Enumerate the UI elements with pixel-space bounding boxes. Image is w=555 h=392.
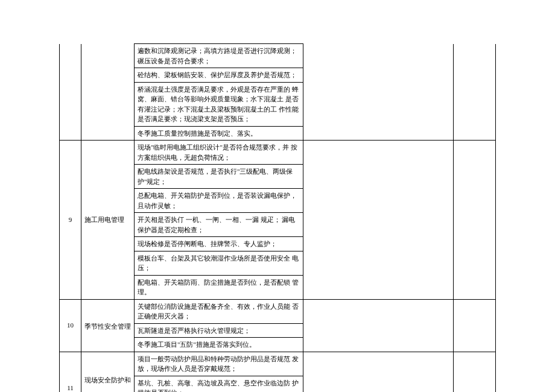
inspection-item: 项目一般劳动防护用品和特种劳动防护用品是否规范 发放，现场作业人员是否穿戴规范； — [135, 352, 303, 376]
row-number: 9 — [60, 141, 81, 300]
table-row: 11现场安全防护和劳动保护用项目一般劳动防护用品和特种劳动防护用品是否规范 发放… — [60, 352, 496, 376]
inspection-item: 现场检修是否停闸断电、挂牌警示、专人监护； — [135, 237, 303, 251]
row-category: 施工用电管理 — [81, 141, 135, 300]
inspection-item: 关键部位消防设施是否配备齐全、有效，作业人员能 否正确使用灭火器； — [135, 299, 303, 323]
row-number: 11 — [60, 352, 81, 392]
empty-cell — [303, 299, 454, 352]
inspection-item: 总配电箱、开关箱防护是否到位，是否装设漏电保护， 且动作灵敏； — [135, 189, 303, 213]
table-row: 遍数和沉降观测记录；高填方路堤是否进行沉降观测； 碾压设备是否符合要求； — [60, 44, 496, 68]
inspection-item: 遍数和沉降观测记录；高填方路堤是否进行沉降观测； 碾压设备是否符合要求； — [135, 44, 303, 68]
inspection-table: 遍数和沉降观测记录；高填方路堤是否进行沉降观测； 碾压设备是否符合要求；砼结构、… — [59, 43, 496, 392]
inspection-item: 基坑、孔桩、高墩、高边坡及高空、悬空作业临边防 护措施是否到位； — [135, 376, 303, 392]
empty-cell — [303, 44, 454, 141]
empty-cell — [454, 141, 496, 300]
inspection-item: 模板台车、台架及其它较潮湿作业场所是否使用安全 电压； — [135, 251, 303, 275]
row-category — [81, 44, 135, 141]
empty-cell — [454, 44, 496, 141]
row-category: 现场安全防护和劳动保护用 — [81, 352, 135, 392]
row-number — [60, 44, 81, 141]
inspection-item: 砼结构、梁板钢筋安装、保护层厚度及养护是否规范； — [135, 68, 303, 83]
empty-cell — [454, 352, 496, 392]
inspection-item: 现场"临时用电施工组织设计"是否符合规范要求，并 按方案组织供电，无超负荷情况； — [135, 141, 303, 165]
empty-cell — [303, 141, 454, 300]
empty-cell — [303, 352, 454, 392]
inspection-item: 配电线路架设是否规范，是否执行"三级配电、两级保护"规定； — [135, 165, 303, 189]
inspection-item: 开关相是否执仃 一机、一闸、一相、一漏 规疋； 漏电保护器是否定期检查； — [135, 213, 303, 237]
empty-cell — [454, 299, 496, 352]
inspection-item: 配电箱、开关箱防雨、防尘措施是否到位，是否配锁 管理。 — [135, 275, 303, 299]
table-row: 10季节性安全管理关键部位消防设施是否配备齐全、有效，作业人员能 否正确使用灭火… — [60, 299, 496, 323]
row-category: 季节性安全管理 — [81, 299, 135, 352]
inspection-item: 瓦斯隧道是否严格执行动火管理规定； — [135, 323, 303, 338]
table-row: 9施工用电管理现场"临时用电施工组织设计"是否符合规范要求，并 按方案组织供电，… — [60, 141, 496, 165]
row-number: 10 — [60, 299, 81, 352]
inspection-item: 桥涵混凝土强度是否满足要求，外观是否存在严重的 蜂窝、麻面、错台等影响外观质量现… — [135, 82, 303, 126]
inspection-item: 冬季施工质量控制措施是否制定、落实。 — [135, 126, 303, 141]
inspection-item: 冬季施工项目"五防"措施是否落实到位。 — [135, 338, 303, 352]
